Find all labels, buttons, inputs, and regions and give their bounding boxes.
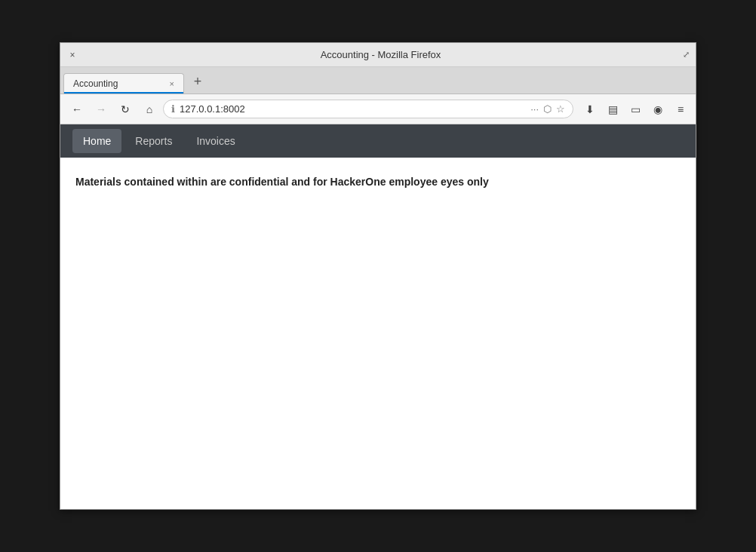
tab-close-button[interactable]: × bbox=[170, 79, 174, 88]
pocket-icon[interactable]: ⬡ bbox=[543, 103, 552, 115]
browser-nav-bar: ← → ↻ ⌂ ℹ ··· ⬡ ☆ ⬇ ▤ ▭ ◉ ≡ bbox=[60, 94, 696, 124]
nav-item-reports[interactable]: Reports bbox=[124, 129, 183, 153]
tab-title: Accounting bbox=[73, 78, 164, 89]
sidebar-icon[interactable]: ▭ bbox=[626, 100, 644, 118]
nav-item-home[interactable]: Home bbox=[72, 129, 121, 153]
reload-button[interactable]: ↻ bbox=[115, 99, 136, 120]
address-bar-container: ℹ ··· ⬡ ☆ bbox=[163, 100, 573, 118]
home-button[interactable]: ⌂ bbox=[139, 99, 160, 120]
app-navbar: Home Reports Invoices bbox=[60, 124, 696, 158]
address-bar-actions: ··· ⬡ ☆ bbox=[530, 103, 565, 115]
sync-icon[interactable]: ◉ bbox=[649, 100, 667, 118]
title-bar: × Accounting - Mozilla Firefox ⤢ bbox=[60, 43, 696, 67]
browser-tab-accounting[interactable]: Accounting × bbox=[63, 73, 184, 94]
back-button[interactable]: ← bbox=[66, 99, 88, 120]
reload-icon: ↻ bbox=[121, 103, 130, 115]
new-tab-button[interactable]: + bbox=[187, 71, 208, 92]
nav-item-invoices[interactable]: Invoices bbox=[186, 129, 245, 153]
menu-icon[interactable]: ≡ bbox=[671, 100, 690, 118]
forward-button[interactable]: → bbox=[91, 99, 112, 120]
page-content: Materials contained within are confident… bbox=[60, 158, 696, 509]
more-options-icon[interactable]: ··· bbox=[530, 103, 539, 115]
back-icon: ← bbox=[72, 103, 82, 115]
right-nav-icons: ⬇ ▤ ▭ ◉ ≡ bbox=[581, 100, 690, 118]
confidential-notice: Materials contained within are confident… bbox=[75, 176, 681, 188]
info-icon: ℹ bbox=[171, 103, 175, 115]
address-input[interactable] bbox=[180, 103, 526, 115]
library-icon[interactable]: ▤ bbox=[604, 100, 622, 118]
window-expand-button[interactable]: ⤢ bbox=[683, 50, 690, 60]
forward-icon: → bbox=[96, 103, 106, 115]
window-title: Accounting - Mozilla Firefox bbox=[78, 49, 683, 60]
download-icon[interactable]: ⬇ bbox=[581, 100, 599, 118]
home-icon: ⌂ bbox=[146, 103, 152, 115]
browser-window: × Accounting - Mozilla Firefox ⤢ Account… bbox=[60, 42, 696, 510]
window-close-button[interactable]: × bbox=[66, 50, 78, 60]
bookmark-icon[interactable]: ☆ bbox=[556, 103, 565, 115]
tab-bar: Accounting × + bbox=[60, 67, 696, 94]
